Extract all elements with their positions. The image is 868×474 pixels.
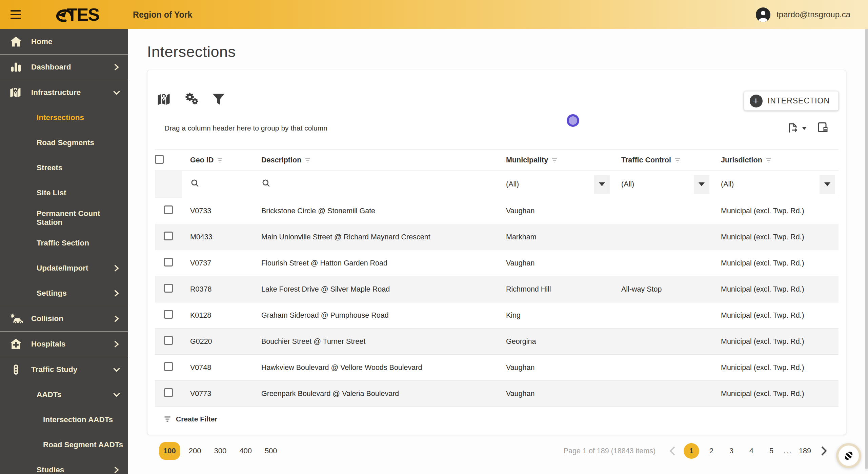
table-row[interactable]: V0748 Hawkview Boulevard @ Vellore Woods… <box>155 355 839 381</box>
map-view-icon[interactable] <box>156 91 173 107</box>
column-filter-icon[interactable] <box>551 158 558 163</box>
sidebar-item-site-list[interactable]: Site List <box>0 180 128 205</box>
next-page-icon[interactable] <box>817 444 831 458</box>
column-filter-icon[interactable] <box>217 158 223 163</box>
column-header-traffic-control[interactable]: Traffic Control <box>613 150 713 171</box>
scrollbar-thumb[interactable] <box>865 29 868 469</box>
sidebar-item-traffic-study[interactable]: Traffic Study <box>0 357 128 382</box>
table-row[interactable]: R0378 Lake Forest Drive @ Silver Maple R… <box>155 276 839 302</box>
row-checkbox[interactable] <box>164 284 173 293</box>
search-icon <box>190 178 200 189</box>
sidebar-item-update-import[interactable]: Update/Import <box>0 256 128 281</box>
group-by-hint: Drag a column header here to group by th… <box>164 124 327 132</box>
map-icon <box>9 86 23 99</box>
traffic-control-filter-select[interactable]: (All) <box>621 175 709 194</box>
row-checkbox[interactable] <box>164 388 173 397</box>
sidebar-item-road-segment-aadts[interactable]: Road Segment AADTs <box>0 432 128 457</box>
table-row[interactable]: V0773 Greenpark Boulevard @ Valeria Boul… <box>155 381 839 407</box>
table-row[interactable]: K0128 Graham Sideroad @ Pumphouse Road K… <box>155 302 839 329</box>
page-number-button[interactable]: 2 <box>704 443 719 459</box>
sidebar-item-home[interactable]: Home <box>0 29 128 54</box>
sidebar-item-dashboard[interactable]: Dashboard <box>0 55 128 80</box>
page-title: Intersections <box>147 42 868 62</box>
table-row[interactable]: V0737 Flourish Street @ Hatton Garden Ro… <box>155 250 839 276</box>
row-checkbox[interactable] <box>164 336 173 345</box>
pagination-bar: 100200300400500 Page 1 of 189 (18843 ite… <box>147 440 846 461</box>
sidebar-item-studies[interactable]: Studies <box>0 457 128 474</box>
dropdown-arrow-icon[interactable] <box>694 175 709 194</box>
export-icon <box>787 122 799 134</box>
column-header-geo-id[interactable]: Geo ID <box>182 150 253 171</box>
sidebar-item-traffic-section[interactable]: Traffic Section <box>0 231 128 256</box>
column-header-municipality[interactable]: Municipality <box>498 150 613 171</box>
intersections-table: Geo ID Description Municipality <box>155 150 839 407</box>
region-title: Region of York <box>133 10 192 20</box>
sidebar-item-intersections[interactable]: Intersections <box>0 105 128 130</box>
sidebar-item-collision[interactable]: Collision <box>0 306 128 331</box>
dropdown-arrow-icon[interactable] <box>820 175 835 194</box>
column-filter-icon[interactable] <box>305 158 311 163</box>
sidebar-item-infrastructure[interactable]: Infrastructure <box>0 80 128 105</box>
column-filter-icon[interactable] <box>766 158 772 163</box>
page-scrollbar[interactable] <box>865 29 868 471</box>
hamburger-menu-icon[interactable] <box>0 0 31 29</box>
chevron-right-icon <box>113 290 120 297</box>
row-checkbox[interactable] <box>164 310 173 319</box>
table-row[interactable]: V0733 Brickstone Circle @ Stonemill Gate… <box>155 198 839 224</box>
table-row[interactable]: G0220 Bouchier Street @ Turner Street Ge… <box>155 329 839 355</box>
page-number-button[interactable]: 1 <box>684 443 699 459</box>
sidebar-item-aadts[interactable]: AADTs <box>0 382 128 407</box>
page-number-button[interactable]: 4 <box>744 443 759 459</box>
page-number-button[interactable]: 189 <box>797 443 813 459</box>
floating-action-button[interactable] <box>836 443 861 468</box>
municipality-filter-select[interactable]: (All) <box>506 175 610 194</box>
select-all-checkbox[interactable] <box>155 155 164 164</box>
filter-funnel-icon[interactable] <box>210 91 227 107</box>
column-chooser-icon <box>817 121 829 134</box>
sidebar-item-permanent-count-station[interactable]: Permanent Count Station <box>0 205 128 231</box>
page-size-button[interactable]: 100 <box>159 442 180 460</box>
tes-logo-icon: TES <box>51 4 109 25</box>
jurisdiction-filter-select[interactable]: (All) <box>721 175 835 194</box>
plus-icon: + <box>750 95 763 107</box>
column-filter-icon[interactable] <box>674 158 681 163</box>
page-size-selector: 100200300400500 <box>159 442 281 460</box>
bar-chart-icon <box>9 60 23 74</box>
chevron-right-icon <box>113 63 120 71</box>
user-email[interactable]: tpardo@tnsgroup.ca <box>776 10 850 19</box>
row-checkbox[interactable] <box>164 232 173 240</box>
row-checkbox[interactable] <box>164 258 173 266</box>
row-checkbox[interactable] <box>164 362 173 371</box>
page-size-button[interactable]: 300 <box>210 442 230 460</box>
home-icon <box>9 35 23 48</box>
page-size-button[interactable]: 400 <box>235 442 256 460</box>
page-status: Page 1 of 189 (18843 items) <box>564 447 655 455</box>
export-dropdown-caret-icon[interactable] <box>802 127 807 130</box>
dropdown-arrow-icon[interactable] <box>594 175 610 194</box>
previous-page-icon[interactable] <box>666 444 679 458</box>
add-intersection-button[interactable]: + INTERSECTION <box>744 91 839 111</box>
sidebar-item-intersection-aadts[interactable]: Intersection AADTs <box>0 407 128 432</box>
topbar: TES Region of York tpardo@tnsgroup.ca <box>0 0 868 29</box>
page-size-button[interactable]: 200 <box>185 442 205 460</box>
geo-id-search-field[interactable] <box>182 171 253 198</box>
description-search-field[interactable] <box>253 171 498 198</box>
row-checkbox[interactable] <box>164 205 173 214</box>
page-size-button[interactable]: 500 <box>261 442 281 460</box>
export-button[interactable] <box>787 122 807 134</box>
user-avatar-icon[interactable] <box>756 7 770 22</box>
column-header-description[interactable]: Description <box>253 150 498 171</box>
sidebar-item-streets[interactable]: Streets <box>0 155 128 180</box>
chevron-right-icon <box>113 340 120 348</box>
sidebar-item-road-segments[interactable]: Road Segments <box>0 130 128 155</box>
create-filter-button[interactable]: Create Filter <box>155 407 839 431</box>
gears-settings-icon[interactable] <box>183 91 200 107</box>
column-header-jurisdiction[interactable]: Jurisdiction <box>713 150 839 171</box>
sidebar-item-settings[interactable]: Settings <box>0 281 128 306</box>
column-chooser-button[interactable] <box>817 121 829 135</box>
tes-logo[interactable]: TES <box>31 0 128 29</box>
sidebar-item-hospitals[interactable]: Hospitals <box>0 332 128 357</box>
table-row[interactable]: M0433 Main Unionville Street @ Richard M… <box>155 224 839 250</box>
page-number-button[interactable]: 5 <box>764 443 779 459</box>
page-number-button[interactable]: 3 <box>724 443 739 459</box>
